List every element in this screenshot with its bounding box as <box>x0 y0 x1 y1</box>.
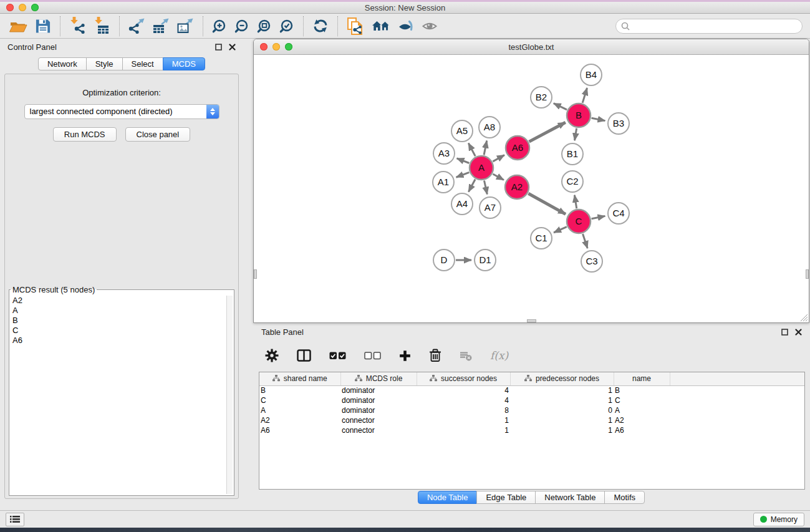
canvas-splitter-handle-bottom[interactable] <box>527 319 536 322</box>
export-image-button[interactable] <box>173 16 198 36</box>
tab-edge-table[interactable]: Edge Table <box>476 491 536 504</box>
table-row[interactable]: Bdominator41B <box>259 385 804 395</box>
add-column-button[interactable] <box>399 350 411 362</box>
deselect-all-checkboxes-button[interactable] <box>364 352 381 360</box>
delete-column-button[interactable] <box>429 349 441 362</box>
edge-B-B1[interactable] <box>575 128 577 141</box>
node-C2[interactable]: C2 <box>562 171 583 192</box>
memory-button[interactable]: Memory <box>753 513 804 526</box>
column-header[interactable]: shared name <box>259 372 340 385</box>
edge-A-A8[interactable] <box>484 141 487 155</box>
search-box[interactable] <box>615 19 803 34</box>
cell-name[interactable]: A6 <box>614 425 670 435</box>
table-row[interactable]: Cdominator41C <box>259 395 804 405</box>
edge-A-A3[interactable] <box>457 158 470 163</box>
node-A5[interactable]: A5 <box>451 120 473 142</box>
cell-mcds_role[interactable]: dominator <box>340 385 417 395</box>
edge-A-A7[interactable] <box>484 181 487 195</box>
mcds-result-item[interactable]: A <box>11 306 226 316</box>
mcds-result-item[interactable]: A2 <box>11 296 226 306</box>
node-C[interactable]: C <box>567 210 591 233</box>
cell-name[interactable]: A <box>614 405 670 415</box>
tab-network-table[interactable]: Network Table <box>535 491 605 504</box>
panel-list-button[interactable] <box>6 513 24 526</box>
first-neighbors-button[interactable] <box>368 17 394 35</box>
cell-name[interactable]: C <box>614 395 670 405</box>
cell-predecessor_nodes[interactable]: 1 <box>510 395 614 405</box>
table-row[interactable]: A6connector11A6 <box>259 425 804 435</box>
node-D1[interactable]: D1 <box>475 249 496 271</box>
cell-mcds_role[interactable]: dominator <box>340 395 417 405</box>
node-A8[interactable]: A8 <box>479 117 500 138</box>
float-panel-button[interactable] <box>214 42 223 52</box>
table-row[interactable]: A2connector11A2 <box>259 415 804 425</box>
settings-gear-button[interactable] <box>265 349 279 362</box>
edge-C-C2[interactable] <box>574 195 576 209</box>
cell-shared_name[interactable]: A <box>259 405 340 415</box>
zoom-in-button[interactable] <box>208 17 231 35</box>
edge-C-C1[interactable] <box>554 227 567 233</box>
duplicate-network-button[interactable] <box>343 16 368 37</box>
node-D[interactable]: D <box>433 249 455 271</box>
cell-shared_name[interactable]: C <box>259 395 340 405</box>
node-B4[interactable]: B4 <box>581 64 602 85</box>
tab-node-table[interactable]: Node Table <box>418 491 478 504</box>
node-A2[interactable]: A2 <box>505 175 529 199</box>
tab-motifs[interactable]: Motifs <box>604 491 645 504</box>
search-input[interactable] <box>633 21 797 31</box>
edge-A-A4[interactable] <box>468 180 475 192</box>
criterion-dropdown[interactable]: largest connected component (directed) <box>24 104 219 119</box>
save-session-button[interactable] <box>31 16 55 36</box>
zoom-fit-button[interactable] <box>253 17 276 35</box>
cell-successor_nodes[interactable]: 4 <box>417 385 510 395</box>
show-all-button[interactable] <box>418 17 442 35</box>
canvas-splitter-handle-right[interactable] <box>806 269 809 279</box>
close-panel-button-mcds[interactable]: Close panel <box>125 127 191 142</box>
cell-predecessor_nodes[interactable]: 0 <box>510 405 614 415</box>
mcds-result-item[interactable]: B <box>11 316 226 326</box>
cell-predecessor_nodes[interactable]: 1 <box>510 385 614 395</box>
mcds-result-item[interactable]: C <box>11 326 226 336</box>
node-A[interactable]: A <box>470 156 493 180</box>
node-A1[interactable]: A1 <box>433 172 454 193</box>
network-graph[interactable]: B4B2BB3B1A5A8A6A3AA1A2A4A7C2C4CC1C3DD1 <box>254 55 809 322</box>
export-network-button[interactable] <box>125 16 149 36</box>
tab-network[interactable]: Network <box>38 57 87 70</box>
edge-A-A5[interactable] <box>468 143 475 156</box>
mcds-result-item[interactable]: A6 <box>11 336 226 346</box>
close-table-panel-button[interactable] <box>794 327 803 337</box>
export-table-button[interactable] <box>149 16 173 36</box>
node-B[interactable]: B <box>567 104 591 127</box>
resize-grip-icon[interactable] <box>799 312 808 322</box>
zoom-selected-button[interactable] <box>276 17 298 35</box>
cell-mcds_role[interactable]: dominator <box>340 405 417 415</box>
close-panel-button[interactable] <box>228 42 237 52</box>
cell-shared_name[interactable]: B <box>259 385 340 395</box>
column-header[interactable]: name <box>614 372 670 385</box>
edge-A-A6[interactable] <box>493 155 504 162</box>
import-network-button[interactable] <box>65 16 90 36</box>
edge-C-C4[interactable] <box>592 216 605 218</box>
select-all-checkboxes-button[interactable] <box>329 352 346 360</box>
node-B1[interactable]: B1 <box>562 143 583 165</box>
edge-B-B4[interactable] <box>582 88 587 103</box>
node-A3[interactable]: A3 <box>433 143 455 164</box>
node-B2[interactable]: B2 <box>531 87 552 108</box>
edge-C-C3[interactable] <box>583 234 588 248</box>
cell-successor_nodes[interactable]: 1 <box>417 425 510 435</box>
import-table-button[interactable] <box>90 16 114 36</box>
column-view-button[interactable] <box>297 349 311 362</box>
canvas-splitter-handle-left[interactable] <box>254 269 257 279</box>
float-table-panel-button[interactable] <box>780 327 789 337</box>
column-header[interactable]: successor nodes <box>417 372 510 385</box>
panel-splitter[interactable] <box>243 39 253 510</box>
open-folder-button[interactable] <box>5 16 31 36</box>
node-C1[interactable]: C1 <box>531 228 552 249</box>
column-header[interactable]: MCDS role <box>340 372 417 385</box>
tab-mcds[interactable]: MCDS <box>163 57 205 70</box>
cell-mcds_role[interactable]: connector <box>340 415 417 425</box>
node-C4[interactable]: C4 <box>608 203 629 224</box>
cell-successor_nodes[interactable]: 4 <box>417 395 510 405</box>
edge-A-A1[interactable] <box>456 172 470 177</box>
hide-selected-button[interactable] <box>394 17 418 35</box>
